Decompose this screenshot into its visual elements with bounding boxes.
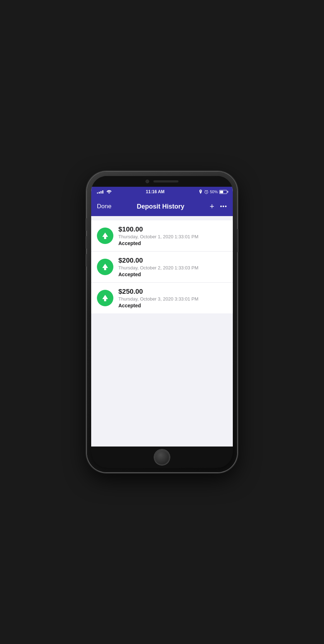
svg-marker-2 bbox=[102, 264, 108, 270]
home-button[interactable] bbox=[154, 449, 170, 465]
status-left bbox=[97, 189, 112, 195]
front-camera bbox=[146, 180, 149, 183]
signal-icon bbox=[97, 190, 103, 194]
deposit-status: Accepted bbox=[118, 272, 227, 277]
status-bar: 11:16 AM 50% bbox=[91, 187, 233, 197]
app-screen: 11:16 AM 50% bbox=[91, 187, 233, 447]
arrow-up-icon bbox=[101, 263, 109, 271]
status-right: 50% bbox=[198, 190, 227, 194]
phone-screen: 11:16 AM 50% bbox=[91, 176, 233, 468]
list-item[interactable]: $200.00 Thursday, October 2, 2020 1:33:0… bbox=[91, 252, 233, 283]
navigation-bar: Done Deposit History + ••• bbox=[91, 197, 233, 216]
add-button[interactable]: + bbox=[210, 203, 214, 210]
deposit-icon-2 bbox=[97, 290, 113, 306]
phone-device: 11:16 AM 50% bbox=[87, 172, 237, 472]
location-icon bbox=[198, 190, 203, 194]
more-button[interactable]: ••• bbox=[220, 203, 227, 210]
deposit-details-0: $100.00 Thursday, October 1, 2020 1:33:0… bbox=[118, 225, 227, 246]
deposit-amount: $100.00 bbox=[118, 225, 227, 233]
deposit-date: Thursday, October 2, 2020 1:33:03 PM bbox=[118, 265, 227, 270]
deposit-details-2: $250.00 Thursday, October 3, 2020 3:33:0… bbox=[118, 288, 227, 308]
svg-marker-3 bbox=[102, 295, 108, 301]
list-item[interactable]: $250.00 Thursday, October 3, 2020 3:33:0… bbox=[91, 283, 233, 313]
deposit-amount: $200.00 bbox=[118, 257, 227, 264]
deposit-amount: $250.00 bbox=[118, 288, 227, 296]
signal-bar-1 bbox=[97, 192, 98, 194]
deposit-icon-1 bbox=[97, 259, 113, 275]
earpiece-speaker bbox=[153, 180, 178, 182]
signal-bar-4 bbox=[102, 190, 103, 194]
nav-actions: + ••• bbox=[210, 203, 227, 210]
alarm-icon bbox=[204, 190, 208, 194]
phone-top-hardware bbox=[91, 176, 233, 187]
list-item[interactable]: $100.00 Thursday, October 1, 2020 1:33:0… bbox=[91, 220, 233, 252]
signal-bar-3 bbox=[100, 191, 102, 194]
page-title: Deposit History bbox=[137, 203, 184, 210]
status-time: 11:16 AM bbox=[146, 189, 165, 194]
deposit-date: Thursday, October 3, 2020 3:33:01 PM bbox=[118, 296, 227, 302]
signal-bar-2 bbox=[99, 192, 100, 194]
battery-icon bbox=[219, 190, 227, 194]
deposit-list: $100.00 Thursday, October 1, 2020 1:33:0… bbox=[91, 220, 233, 313]
wifi-icon bbox=[106, 189, 112, 195]
deposit-details-1: $200.00 Thursday, October 2, 2020 1:33:0… bbox=[118, 257, 227, 277]
deposit-date: Thursday, October 1, 2020 1:33:01 PM bbox=[118, 234, 227, 239]
battery-percent: 50% bbox=[210, 190, 218, 194]
deposit-icon-0 bbox=[97, 228, 113, 244]
arrow-up-icon bbox=[101, 294, 109, 302]
svg-marker-1 bbox=[102, 233, 108, 239]
done-button[interactable]: Done bbox=[97, 201, 112, 211]
phone-bottom-hardware bbox=[91, 447, 233, 468]
deposit-status: Accepted bbox=[118, 303, 227, 308]
content-area: $100.00 Thursday, October 1, 2020 1:33:0… bbox=[91, 216, 233, 447]
arrow-up-icon bbox=[101, 232, 109, 240]
deposit-status: Accepted bbox=[118, 240, 227, 246]
